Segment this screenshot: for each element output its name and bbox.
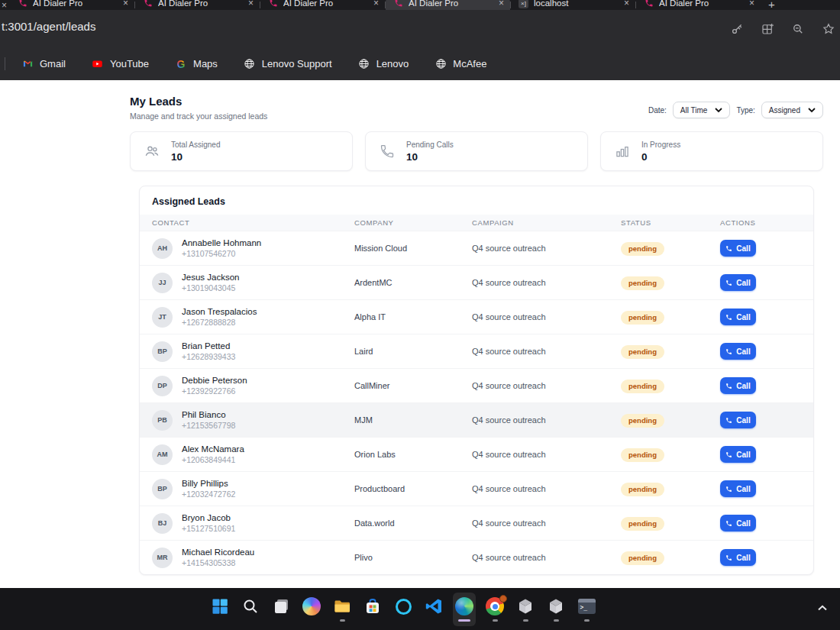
- search-button[interactable]: [239, 593, 262, 626]
- close-icon[interactable]: ×: [748, 0, 756, 8]
- running-indicator: [493, 619, 498, 622]
- table-row[interactable]: JJJesus Jackson+13019043045ArdentMCQ4 so…: [140, 265, 813, 299]
- google-maps-icon: G: [175, 58, 187, 70]
- zoom-out-icon[interactable]: [791, 22, 805, 36]
- table-row[interactable]: AHAnnabelle Hohmann+13107546270Mission C…: [140, 231, 813, 265]
- stat-value: 0: [641, 151, 680, 163]
- stat-value: 10: [171, 151, 221, 163]
- company-cell: Data.world: [354, 519, 472, 528]
- contact-cell: MRMichael Ricordeau+14154305338: [152, 548, 354, 568]
- call-button[interactable]: Call: [720, 343, 756, 360]
- date-filter-select[interactable]: All Time: [673, 102, 731, 118]
- bookmark-gmail[interactable]: Gmail: [13, 55, 74, 73]
- lead-phone: +12672888828: [182, 318, 257, 327]
- browser-tab[interactable]: ×]localhost×: [511, 0, 635, 10]
- alexa-button[interactable]: [392, 593, 415, 626]
- split-screen-icon[interactable]: [761, 22, 774, 36]
- lead-name: Annabelle Hohmann: [182, 238, 261, 247]
- microsoft-store-button[interactable]: [361, 593, 384, 626]
- new-tab-button[interactable]: +: [761, 0, 783, 10]
- table-row[interactable]: AMAlex McNamara+12063849441Orion LabsQ4 …: [140, 437, 813, 471]
- globe-icon: [435, 58, 447, 70]
- toolbar-icon-group: [730, 10, 835, 47]
- company-cell: CallMiner: [354, 381, 472, 390]
- type-filter-select[interactable]: Assigned: [761, 102, 823, 118]
- lead-phone: +12063849441: [182, 455, 244, 464]
- call-button[interactable]: Call: [720, 274, 756, 291]
- running-indicator: [523, 619, 528, 622]
- chevron-up-icon[interactable]: [817, 603, 829, 615]
- close-icon[interactable]: ×: [0, 2, 10, 10]
- call-button[interactable]: Call: [720, 515, 756, 531]
- screen: × AI Dialer Pro×AI Dialer Pro×AI Dialer …: [0, 0, 840, 630]
- terminal-button[interactable]: >_: [575, 593, 598, 626]
- close-icon[interactable]: ×: [372, 0, 380, 8]
- campaign-cell: Q4 source outreach: [472, 415, 621, 425]
- file-explorer-button[interactable]: [331, 593, 354, 626]
- browser-tab[interactable]: AI Dialer Pro×: [260, 0, 385, 10]
- bookmark-mcafee[interactable]: McAfee: [426, 55, 495, 73]
- lead-name: Bryon Jacob: [182, 513, 235, 522]
- company-cell: Laird: [354, 347, 472, 356]
- close-icon[interactable]: ×: [622, 0, 631, 8]
- table-row[interactable]: JTJason Trespalacios+12672888828Alpha IT…: [140, 299, 813, 334]
- browser-tab[interactable]: AI Dialer Pro×: [135, 0, 260, 10]
- browser-toolbar: t:3001/agent/leads: [0, 10, 840, 47]
- call-button[interactable]: Call: [720, 377, 756, 394]
- call-button-label: Call: [736, 485, 750, 493]
- app-box-2-button[interactable]: [544, 593, 567, 626]
- task-view-button[interactable]: [270, 593, 292, 626]
- contact-cell: BPBrian Petted+12628939433: [152, 341, 354, 362]
- actions-cell: Call: [720, 515, 801, 531]
- app-box-1-button[interactable]: [514, 593, 537, 626]
- vscode-button[interactable]: [422, 593, 445, 626]
- close-icon[interactable]: ×: [247, 0, 255, 8]
- chrome-button[interactable]: [483, 593, 506, 626]
- key-icon[interactable]: [730, 22, 744, 36]
- table-row[interactable]: MRMichael Ricordeau+14154305338PlivoQ4 s…: [140, 540, 813, 574]
- call-button[interactable]: Call: [720, 412, 756, 428]
- table-row[interactable]: DPDebbie Peterson+12392922766CallMinerQ4…: [140, 368, 813, 402]
- table-row[interactable]: BPBilly Phillips+12032472762Productboard…: [140, 471, 813, 506]
- call-button[interactable]: Call: [720, 549, 756, 566]
- close-icon[interactable]: ×: [497, 0, 506, 8]
- call-button[interactable]: Call: [720, 446, 756, 463]
- close-icon[interactable]: ×: [121, 0, 130, 8]
- call-button[interactable]: Call: [720, 240, 756, 257]
- address-bar[interactable]: t:3001/agent/leads: [2, 20, 95, 33]
- browser-tab[interactable]: AI Dialer Pro×: [636, 0, 761, 10]
- lead-name: Brian Petted: [182, 341, 235, 351]
- phone-favicon: [143, 0, 153, 8]
- browser-tab[interactable]: AI Dialer Pro×: [386, 0, 510, 10]
- start-button[interactable]: [208, 593, 231, 626]
- company-cell: Productboard: [354, 484, 472, 493]
- status-badge: pending: [621, 380, 664, 393]
- table-row[interactable]: PBPhil Bianco+12153567798MJMQ4 source ou…: [140, 402, 813, 437]
- call-button-label: Call: [736, 279, 750, 287]
- bookmark-lenovo[interactable]: Lenovo: [350, 55, 418, 73]
- assigned-leads-card: Assigned Leads CONTACTCOMPANYCAMPAIGNSTA…: [139, 186, 814, 575]
- status-cell: pending: [621, 412, 720, 428]
- campaign-cell: Q4 source outreach: [472, 519, 621, 528]
- alexa-icon: [393, 596, 413, 616]
- copilot-button[interactable]: [300, 593, 323, 626]
- call-button[interactable]: Call: [720, 480, 756, 497]
- call-button[interactable]: Call: [720, 309, 756, 325]
- bookmark-maps[interactable]: GMaps: [166, 55, 226, 73]
- favorite-star-icon[interactable]: [822, 22, 835, 36]
- status-cell: pending: [621, 241, 720, 256]
- actions-cell: Call: [720, 549, 801, 566]
- globe-icon: [244, 58, 256, 70]
- edge-button[interactable]: [453, 593, 476, 626]
- stat-label: Pending Calls: [406, 141, 454, 149]
- bookmark-lenovo-support[interactable]: Lenovo Support: [235, 55, 341, 73]
- lead-name: Jesus Jackson: [182, 273, 239, 282]
- browser-tab[interactable]: AI Dialer Pro×: [10, 0, 134, 10]
- table-row[interactable]: BJBryon Jacob+15127510691Data.worldQ4 so…: [140, 506, 813, 540]
- table-row[interactable]: BPBrian Petted+12628939433LairdQ4 source…: [140, 334, 813, 368]
- company-cell: ArdentMC: [354, 278, 472, 287]
- contact-cell: AMAlex McNamara+12063849441: [152, 444, 354, 465]
- bookmark-youtube[interactable]: YouTube: [83, 55, 157, 73]
- avatar: BJ: [152, 513, 173, 534]
- filters: Date: All Time Type: Assigned: [648, 102, 823, 118]
